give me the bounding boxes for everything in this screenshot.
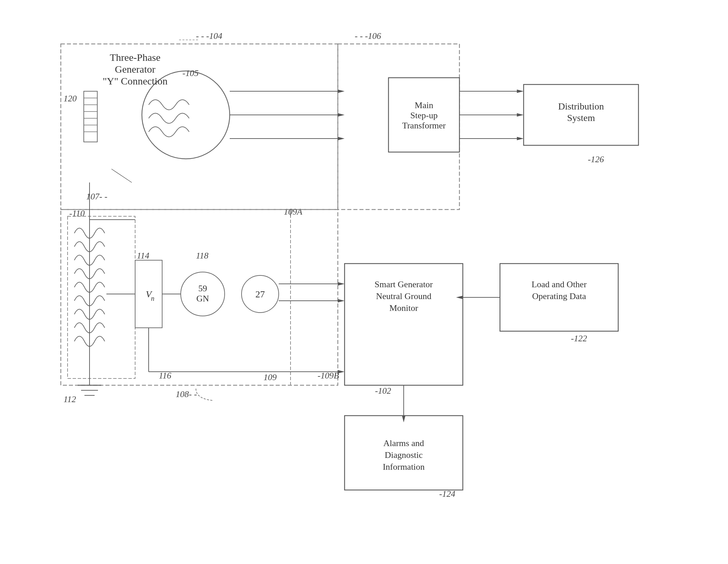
out-arrow-1 <box>517 90 524 93</box>
monitor-label-2: Neutral Ground <box>376 291 431 301</box>
ref-110: -110 <box>69 209 85 218</box>
dashed-box-110 <box>68 216 135 378</box>
ref-106: - - -106 <box>355 31 381 41</box>
ref-105: -105 <box>182 68 199 78</box>
alarms-label-2: Diagnostic <box>385 450 423 460</box>
arrow-27-top <box>338 282 345 286</box>
winding-3 <box>149 127 189 137</box>
out-arrow-2 <box>517 113 524 117</box>
three-phase-label-1: Three-Phase <box>110 52 160 63</box>
ref-116: 116 <box>159 371 171 381</box>
out-arrow-3 <box>517 137 524 140</box>
ref-124: -124 <box>439 489 455 499</box>
vn-subscript: n <box>151 295 154 302</box>
diagram-container: V n 59 GN 27 <box>34 17 693 551</box>
ref-126: -126 <box>588 154 604 164</box>
arrow-2 <box>338 113 345 117</box>
transformer-label-3: Transformer <box>402 121 446 130</box>
relay-59gn-label-2: GN <box>196 294 209 303</box>
distribution-label-2: System <box>567 113 595 123</box>
ref-107-leader <box>111 169 132 182</box>
monitor-label-1: Smart Generator <box>375 279 433 289</box>
ref-112: 112 <box>64 394 76 404</box>
transformer-label-1: Main <box>415 100 433 110</box>
gen-coil-box <box>84 91 97 142</box>
ref-118: 118 <box>196 251 208 261</box>
relay-27-label: 27 <box>255 289 265 299</box>
load-label-2: Operating Data <box>532 291 586 301</box>
transformer-label-2: Step-up <box>410 111 438 120</box>
ref-108: 108- - <box>176 389 197 399</box>
winding-2 <box>149 113 189 123</box>
winding-1 <box>149 100 189 110</box>
load-label-1: Load and Other <box>531 279 587 289</box>
ref-109A: 109A <box>284 207 302 217</box>
three-phase-label-3: "Y" Connection <box>103 75 168 87</box>
diagram-svg: V n 59 GN 27 <box>34 17 693 551</box>
ref-109B: -109B <box>318 371 339 381</box>
three-phase-label-2: Generator <box>115 64 155 75</box>
ref-122: -122 <box>571 334 587 343</box>
ref-108-curve <box>196 389 213 400</box>
ref-114: 114 <box>137 251 149 261</box>
arrow-27-mid <box>338 299 345 302</box>
ref-102: -102 <box>375 386 391 396</box>
arrow-1 <box>338 90 345 93</box>
relay-59gn-label-1: 59 <box>198 284 207 293</box>
distribution-label-1: Distribution <box>558 101 604 112</box>
monitor-label-3: Monitor <box>389 303 418 313</box>
ref-120: 120 <box>64 94 77 103</box>
dashed-box-104 <box>61 44 338 210</box>
ref-109: 109 <box>263 372 277 382</box>
ref-104: - - -104 <box>196 31 222 41</box>
arrow-3 <box>338 137 345 140</box>
alarms-label-1: Alarms and <box>383 438 424 448</box>
alarms-label-3: Information <box>383 462 425 472</box>
